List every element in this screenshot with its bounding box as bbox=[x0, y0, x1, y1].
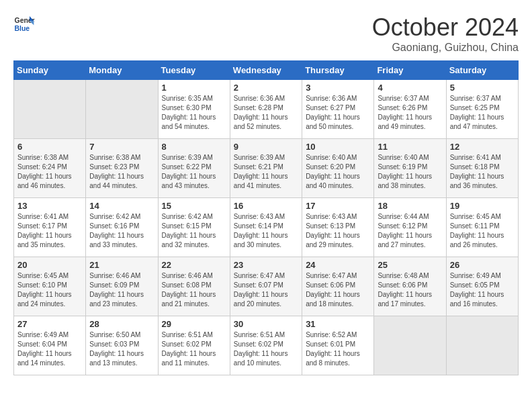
calendar-cell: 2Sunrise: 6:36 AM Sunset: 6:28 PM Daylig… bbox=[230, 80, 302, 139]
day-number: 20 bbox=[17, 260, 82, 270]
calendar-cell bbox=[86, 80, 158, 139]
day-number: 11 bbox=[378, 142, 442, 152]
calendar-cell: 22Sunrise: 6:46 AM Sunset: 6:08 PM Dayli… bbox=[158, 257, 230, 316]
day-number: 6 bbox=[17, 142, 82, 152]
day-number: 17 bbox=[306, 201, 370, 211]
day-info: Sunrise: 6:39 AM Sunset: 6:22 PM Dayligh… bbox=[162, 153, 226, 191]
day-info: Sunrise: 6:36 AM Sunset: 6:27 PM Dayligh… bbox=[306, 94, 370, 132]
calendar-cell: 19Sunrise: 6:45 AM Sunset: 6:11 PM Dayli… bbox=[446, 198, 518, 257]
day-number: 4 bbox=[378, 83, 442, 93]
day-info: Sunrise: 6:41 AM Sunset: 6:18 PM Dayligh… bbox=[450, 153, 515, 191]
calendar-cell: 20Sunrise: 6:45 AM Sunset: 6:10 PM Dayli… bbox=[14, 257, 86, 316]
logo: General Blue bbox=[13, 13, 35, 35]
day-number: 18 bbox=[378, 201, 442, 211]
day-number: 3 bbox=[306, 83, 370, 93]
day-number: 5 bbox=[450, 83, 515, 93]
logo-icon: General Blue bbox=[13, 13, 35, 35]
day-number: 22 bbox=[162, 260, 226, 270]
day-info: Sunrise: 6:38 AM Sunset: 6:23 PM Dayligh… bbox=[89, 153, 154, 191]
location-title: Gaoniang, Guizhou, China bbox=[372, 42, 519, 54]
calendar-cell bbox=[14, 80, 86, 139]
calendar-cell: 1Sunrise: 6:35 AM Sunset: 6:30 PM Daylig… bbox=[158, 80, 230, 139]
weekday-header: Thursday bbox=[302, 61, 374, 80]
day-number: 26 bbox=[450, 260, 515, 270]
weekday-header: Saturday bbox=[446, 61, 518, 80]
calendar-cell: 10Sunrise: 6:40 AM Sunset: 6:20 PM Dayli… bbox=[302, 139, 374, 198]
calendar-cell: 13Sunrise: 6:41 AM Sunset: 6:17 PM Dayli… bbox=[14, 198, 86, 257]
calendar-week-row: 27Sunrise: 6:49 AM Sunset: 6:04 PM Dayli… bbox=[14, 316, 519, 375]
day-info: Sunrise: 6:37 AM Sunset: 6:25 PM Dayligh… bbox=[450, 94, 515, 132]
calendar-cell: 17Sunrise: 6:43 AM Sunset: 6:13 PM Dayli… bbox=[302, 198, 374, 257]
calendar-cell: 30Sunrise: 6:51 AM Sunset: 6:02 PM Dayli… bbox=[230, 316, 302, 375]
calendar-week-row: 13Sunrise: 6:41 AM Sunset: 6:17 PM Dayli… bbox=[14, 198, 519, 257]
day-number: 16 bbox=[234, 201, 298, 211]
svg-text:Blue: Blue bbox=[15, 25, 30, 32]
day-number: 25 bbox=[378, 260, 442, 270]
day-number: 24 bbox=[306, 260, 370, 270]
calendar-cell: 16Sunrise: 6:43 AM Sunset: 6:14 PM Dayli… bbox=[230, 198, 302, 257]
weekday-header: Monday bbox=[86, 61, 158, 80]
calendar-cell: 29Sunrise: 6:51 AM Sunset: 6:02 PM Dayli… bbox=[158, 316, 230, 375]
calendar-cell: 18Sunrise: 6:44 AM Sunset: 6:12 PM Dayli… bbox=[374, 198, 446, 257]
day-number: 28 bbox=[89, 319, 154, 329]
day-info: Sunrise: 6:47 AM Sunset: 6:06 PM Dayligh… bbox=[306, 271, 370, 309]
day-info: Sunrise: 6:39 AM Sunset: 6:21 PM Dayligh… bbox=[234, 153, 298, 191]
calendar-table: SundayMondayTuesdayWednesdayThursdayFrid… bbox=[13, 60, 519, 375]
calendar-cell: 26Sunrise: 6:49 AM Sunset: 6:05 PM Dayli… bbox=[446, 257, 518, 316]
day-number: 27 bbox=[17, 319, 82, 329]
day-info: Sunrise: 6:51 AM Sunset: 6:02 PM Dayligh… bbox=[162, 330, 226, 368]
weekday-header: Wednesday bbox=[230, 61, 302, 80]
calendar-cell: 12Sunrise: 6:41 AM Sunset: 6:18 PM Dayli… bbox=[446, 139, 518, 198]
day-info: Sunrise: 6:35 AM Sunset: 6:30 PM Dayligh… bbox=[162, 94, 226, 132]
day-number: 29 bbox=[162, 319, 226, 329]
day-number: 23 bbox=[234, 260, 298, 270]
weekday-header: Tuesday bbox=[158, 61, 230, 80]
day-number: 31 bbox=[306, 319, 370, 329]
calendar-cell: 14Sunrise: 6:42 AM Sunset: 6:16 PM Dayli… bbox=[86, 198, 158, 257]
calendar-week-row: 20Sunrise: 6:45 AM Sunset: 6:10 PM Dayli… bbox=[14, 257, 519, 316]
day-info: Sunrise: 6:40 AM Sunset: 6:20 PM Dayligh… bbox=[306, 153, 370, 191]
day-info: Sunrise: 6:47 AM Sunset: 6:07 PM Dayligh… bbox=[234, 271, 298, 309]
day-number: 15 bbox=[162, 201, 226, 211]
day-number: 19 bbox=[450, 201, 515, 211]
calendar-cell: 27Sunrise: 6:49 AM Sunset: 6:04 PM Dayli… bbox=[14, 316, 86, 375]
day-info: Sunrise: 6:42 AM Sunset: 6:15 PM Dayligh… bbox=[162, 212, 226, 250]
day-info: Sunrise: 6:46 AM Sunset: 6:08 PM Dayligh… bbox=[162, 271, 226, 309]
calendar-week-row: 6Sunrise: 6:38 AM Sunset: 6:24 PM Daylig… bbox=[14, 139, 519, 198]
day-number: 8 bbox=[162, 142, 226, 152]
calendar-cell: 5Sunrise: 6:37 AM Sunset: 6:25 PM Daylig… bbox=[446, 80, 518, 139]
day-number: 10 bbox=[306, 142, 370, 152]
day-info: Sunrise: 6:46 AM Sunset: 6:09 PM Dayligh… bbox=[89, 271, 154, 309]
day-info: Sunrise: 6:45 AM Sunset: 6:11 PM Dayligh… bbox=[450, 212, 515, 250]
calendar-cell: 6Sunrise: 6:38 AM Sunset: 6:24 PM Daylig… bbox=[14, 139, 86, 198]
day-info: Sunrise: 6:42 AM Sunset: 6:16 PM Dayligh… bbox=[89, 212, 154, 250]
calendar-cell bbox=[374, 316, 446, 375]
calendar-cell: 28Sunrise: 6:50 AM Sunset: 6:03 PM Dayli… bbox=[86, 316, 158, 375]
day-info: Sunrise: 6:44 AM Sunset: 6:12 PM Dayligh… bbox=[378, 212, 442, 250]
day-number: 12 bbox=[450, 142, 515, 152]
calendar-cell bbox=[446, 316, 518, 375]
calendar-cell: 21Sunrise: 6:46 AM Sunset: 6:09 PM Dayli… bbox=[86, 257, 158, 316]
day-number: 14 bbox=[89, 201, 154, 211]
day-info: Sunrise: 6:37 AM Sunset: 6:26 PM Dayligh… bbox=[378, 94, 442, 132]
calendar-cell: 4Sunrise: 6:37 AM Sunset: 6:26 PM Daylig… bbox=[374, 80, 446, 139]
calendar-cell: 9Sunrise: 6:39 AM Sunset: 6:21 PM Daylig… bbox=[230, 139, 302, 198]
calendar-cell: 11Sunrise: 6:40 AM Sunset: 6:19 PM Dayli… bbox=[374, 139, 446, 198]
day-info: Sunrise: 6:49 AM Sunset: 6:04 PM Dayligh… bbox=[17, 330, 82, 368]
day-info: Sunrise: 6:38 AM Sunset: 6:24 PM Dayligh… bbox=[17, 153, 82, 191]
calendar-cell: 3Sunrise: 6:36 AM Sunset: 6:27 PM Daylig… bbox=[302, 80, 374, 139]
calendar-cell: 25Sunrise: 6:48 AM Sunset: 6:06 PM Dayli… bbox=[374, 257, 446, 316]
day-info: Sunrise: 6:50 AM Sunset: 6:03 PM Dayligh… bbox=[89, 330, 154, 368]
day-number: 2 bbox=[234, 83, 298, 93]
calendar-week-row: 1Sunrise: 6:35 AM Sunset: 6:30 PM Daylig… bbox=[14, 80, 519, 139]
day-info: Sunrise: 6:36 AM Sunset: 6:28 PM Dayligh… bbox=[234, 94, 298, 132]
weekday-header: Sunday bbox=[14, 61, 86, 80]
day-number: 21 bbox=[89, 260, 154, 270]
day-info: Sunrise: 6:40 AM Sunset: 6:19 PM Dayligh… bbox=[378, 153, 442, 191]
day-info: Sunrise: 6:45 AM Sunset: 6:10 PM Dayligh… bbox=[17, 271, 82, 309]
page-header: General Blue October 2024 Gaoniang, Guiz… bbox=[13, 13, 519, 54]
day-info: Sunrise: 6:52 AM Sunset: 6:01 PM Dayligh… bbox=[306, 330, 370, 368]
calendar-cell: 23Sunrise: 6:47 AM Sunset: 6:07 PM Dayli… bbox=[230, 257, 302, 316]
day-number: 30 bbox=[234, 319, 298, 329]
day-number: 7 bbox=[89, 142, 154, 152]
